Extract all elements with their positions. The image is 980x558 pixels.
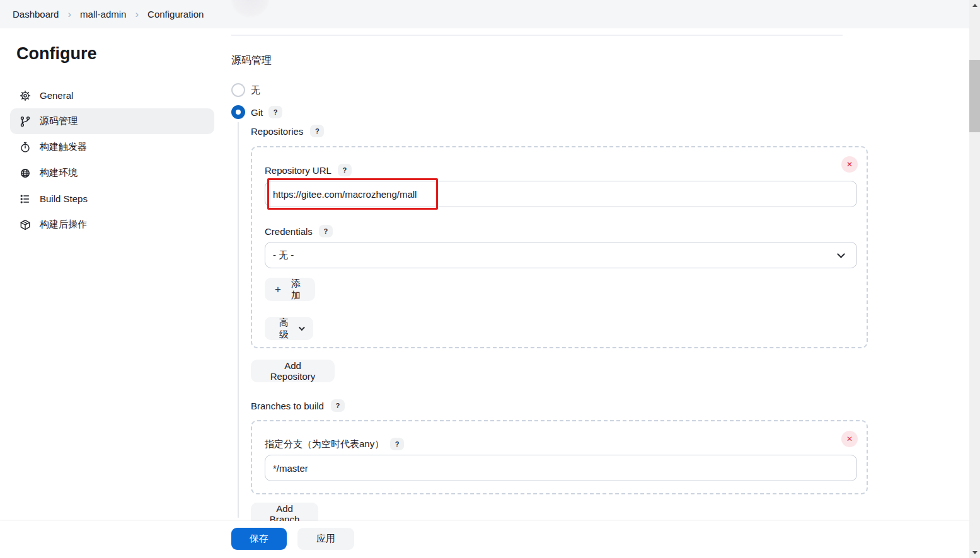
add-credentials-label: 添加	[287, 278, 305, 302]
scroll-down-button[interactable]	[969, 547, 980, 558]
branch-specifier-input[interactable]	[265, 455, 857, 481]
sidebar-item-build-triggers[interactable]: 构建触发器	[10, 134, 214, 160]
repository-url-label: Repository URL	[265, 165, 331, 176]
credentials-help-button[interactable]: ?	[319, 225, 333, 237]
gear-icon	[19, 89, 32, 102]
sidebar-item-post-build-actions[interactable]: 构建后操作	[10, 212, 214, 237]
sidebar-item-build-steps[interactable]: Build Steps	[10, 186, 214, 212]
list-icon	[19, 193, 32, 205]
chevron-down-icon	[837, 250, 845, 258]
page-title: Configure	[16, 44, 97, 64]
breadcrumb-separator-icon: ›	[67, 9, 71, 20]
scm-git-radio[interactable]: Git ?	[231, 105, 282, 119]
chevron-down-icon	[299, 324, 305, 331]
repository-url-help-button[interactable]: ?	[338, 164, 352, 176]
credentials-label: Credentials	[265, 226, 313, 237]
close-icon: ✕	[846, 160, 853, 169]
credentials-selected-value: - 无 -	[273, 249, 294, 261]
repositories-help-button[interactable]: ?	[310, 125, 324, 137]
breadcrumb-separator-icon: ›	[135, 9, 139, 20]
repository-url-input[interactable]	[265, 181, 857, 207]
credentials-label-row: Credentials ?	[265, 225, 333, 237]
triangle-up-icon	[972, 4, 977, 7]
top-bar: Dashboard › mall-admin › Configuration	[0, 0, 969, 28]
plus-icon: +	[275, 284, 281, 295]
apply-button[interactable]: 应用	[297, 528, 354, 550]
triangle-down-icon	[972, 551, 977, 554]
add-repository-button[interactable]: Add Repository	[251, 360, 335, 382]
repositories-heading: Repositories	[251, 126, 303, 137]
breadcrumb: Dashboard › mall-admin › Configuration	[13, 9, 204, 20]
vertical-scrollbar[interactable]	[969, 0, 980, 558]
add-repository-label: Add Repository	[261, 360, 325, 382]
branches-help-button[interactable]: ?	[331, 399, 345, 412]
branches-heading: Branches to build	[251, 401, 324, 411]
bottom-action-bar: 保存 应用	[0, 521, 969, 558]
scrollbar-thumb[interactable]	[969, 60, 980, 132]
section-divider	[231, 35, 843, 36]
clock-icon	[19, 141, 32, 154]
advanced-label: 高级	[275, 317, 293, 341]
branch-specifier-label: 指定分支（为空时代表any）	[265, 438, 384, 450]
branch-help-button[interactable]: ?	[390, 438, 404, 450]
scroll-up-button[interactable]	[969, 0, 980, 11]
repository-section: ✕ Repository URL ? Credentials ? - 无 - +…	[251, 146, 868, 348]
config-sidebar: General 源码管理 构建触发器 构建环境 Build Steps 构建后操…	[10, 83, 214, 237]
sidebar-item-label: 构建环境	[40, 167, 78, 179]
scm-section-title: 源码管理	[231, 54, 272, 67]
delete-branch-button[interactable]: ✕	[841, 431, 858, 447]
globe-icon	[19, 167, 32, 179]
git-section-tree-line	[238, 122, 239, 518]
credentials-select[interactable]: - 无 -	[265, 242, 857, 268]
repositories-heading-row: Repositories ?	[251, 125, 324, 137]
sidebar-item-label: 构建后操作	[40, 219, 87, 231]
sidebar-item-general[interactable]: General	[10, 83, 214, 108]
git-help-button[interactable]: ?	[268, 106, 282, 118]
advanced-button[interactable]: 高级	[265, 317, 313, 340]
branches-heading-row: Branches to build ?	[251, 399, 345, 412]
save-button[interactable]: 保存	[231, 528, 287, 550]
scm-none-label: 无	[251, 84, 260, 96]
scm-none-radio[interactable]: 无	[231, 83, 260, 97]
sidebar-item-label: 构建触发器	[40, 141, 87, 153]
sidebar-item-label: Build Steps	[40, 193, 88, 204]
breadcrumb-configuration[interactable]: Configuration	[147, 9, 204, 20]
sidebar-item-scm[interactable]: 源码管理	[10, 108, 214, 134]
git-branch-icon	[19, 115, 32, 128]
sidebar-item-build-environment[interactable]: 构建环境	[10, 160, 214, 186]
breadcrumb-dashboard[interactable]: Dashboard	[13, 9, 59, 20]
repository-url-label-row: Repository URL ?	[265, 164, 352, 176]
package-icon	[19, 219, 32, 231]
sidebar-item-label: 源码管理	[40, 115, 78, 127]
sidebar-item-label: General	[40, 90, 73, 101]
radio-checked-icon	[231, 105, 245, 119]
branch-label-row: 指定分支（为空时代表any） ?	[265, 438, 404, 450]
delete-repository-button[interactable]: ✕	[841, 156, 858, 173]
close-icon: ✕	[846, 435, 853, 443]
radio-unchecked-icon	[231, 83, 245, 97]
scm-git-label: Git	[251, 107, 263, 118]
add-credentials-button[interactable]: + 添加	[265, 278, 315, 301]
breadcrumb-job[interactable]: mall-admin	[80, 9, 126, 20]
branch-section: ✕ 指定分支（为空时代表any） ?	[251, 420, 868, 494]
